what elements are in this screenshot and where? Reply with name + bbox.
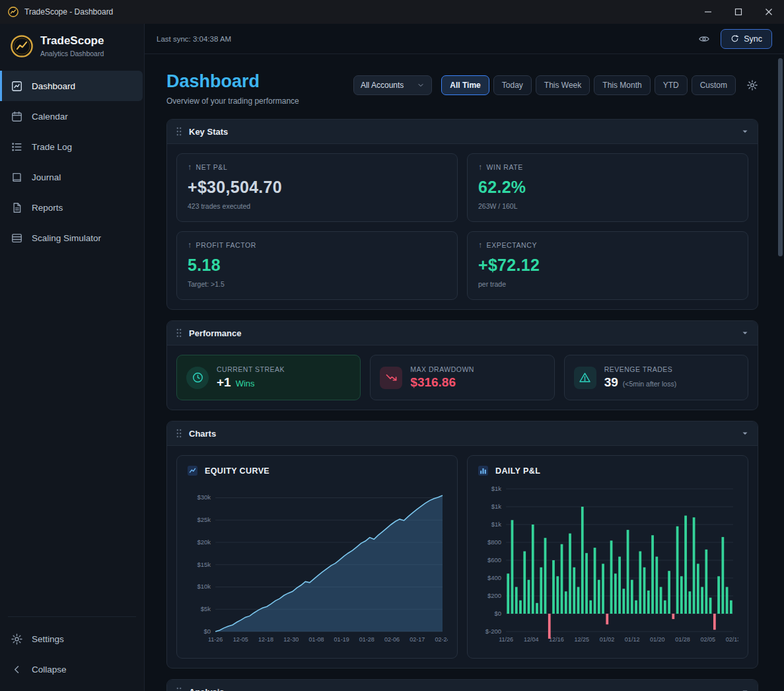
panel-header-charts[interactable]: Charts xyxy=(167,421,758,446)
range-button-this-week[interactable]: This Week xyxy=(536,75,590,95)
list-icon xyxy=(11,141,23,153)
range-button-custom[interactable]: Custom xyxy=(692,75,736,95)
stat-card-win-rate: ↑WIN RATE 62.2% 263W / 160L xyxy=(467,153,748,222)
panel-header-key-stats[interactable]: Key Stats xyxy=(167,120,758,144)
sidebar-footer: Settings Collapse xyxy=(0,610,144,691)
chevron-down-icon[interactable] xyxy=(741,329,749,337)
arrow-up-icon: ↑ xyxy=(478,240,483,250)
panel-header-performance[interactable]: Performance xyxy=(167,321,758,346)
sync-button[interactable]: Sync xyxy=(721,29,772,49)
perf-label: CURRENT STREAK xyxy=(217,365,285,373)
drag-handle-icon[interactable] xyxy=(176,686,182,691)
sidebar-item-calendar[interactable]: Calendar xyxy=(0,101,144,131)
minimize-button[interactable] xyxy=(693,0,723,24)
range-button-this-month[interactable]: This Month xyxy=(594,75,650,95)
stat-sub: 423 trades executed xyxy=(188,202,446,210)
visibility-eye-button[interactable] xyxy=(698,33,710,45)
rows-icon xyxy=(11,232,23,244)
chevron-down-icon[interactable] xyxy=(741,127,749,135)
perf-card-current-streak: CURRENT STREAK +1 Wins xyxy=(176,355,361,400)
chevron-down-icon xyxy=(417,81,425,89)
perf-sub: (<5min after loss) xyxy=(623,380,676,388)
drag-handle-icon[interactable] xyxy=(176,328,182,338)
svg-text:01-28: 01-28 xyxy=(359,636,374,643)
panel-title: Key Stats xyxy=(189,127,734,137)
panel-title: Charts xyxy=(189,429,734,439)
dashboard-settings-gear-button[interactable] xyxy=(746,79,758,91)
stat-label: WIN RATE xyxy=(487,163,523,171)
range-button-ytd[interactable]: YTD xyxy=(655,75,688,95)
range-button-all-time[interactable]: All Time xyxy=(441,75,489,95)
close-button[interactable] xyxy=(754,0,784,24)
drag-handle-icon[interactable] xyxy=(176,428,182,439)
sidebar-nav: Dashboard Calendar Trade Log Journal xyxy=(0,71,144,253)
svg-text:$5k: $5k xyxy=(201,605,211,612)
app-icon xyxy=(8,7,18,17)
account-select[interactable]: All Accounts xyxy=(353,75,432,95)
chart-title: EQUITY CURVE xyxy=(205,466,269,476)
sidebar-item-dashboard[interactable]: Dashboard xyxy=(0,71,143,101)
range-button-today[interactable]: Today xyxy=(493,75,532,95)
scrollbar[interactable] xyxy=(778,58,783,256)
line-chart-icon xyxy=(186,464,199,477)
arrow-up-icon: ↑ xyxy=(478,163,483,172)
svg-text:$25k: $25k xyxy=(197,516,211,523)
stat-label: EXPECTANCY xyxy=(487,241,537,249)
stat-value: +$30,504.70 xyxy=(188,178,446,197)
sidebar-item-scaling-simulator[interactable]: Scaling Simulator xyxy=(0,223,144,253)
svg-text:02/05: 02/05 xyxy=(700,636,715,643)
titlebar: TradeScope - Dashboard xyxy=(0,0,784,24)
last-sync-text: Last sync: 3:04:38 AM xyxy=(157,35,231,43)
divider xyxy=(8,616,136,617)
sidebar-item-reports[interactable]: Reports xyxy=(0,192,144,223)
page-header: Dashboard Overview of your trading perfo… xyxy=(166,71,299,106)
perf-suffix: Wins xyxy=(236,379,255,388)
panel-analysis: Analysis xyxy=(166,679,758,691)
daily-pnl-card: DAILY P&L $1k$1k$1k$800$600$400$200$0$-2… xyxy=(467,455,748,659)
daily-pnl-chart: $1k$1k$1k$800$600$400$200$0$-20011/2612/… xyxy=(477,482,738,647)
sidebar-item-label: Calendar xyxy=(32,112,68,122)
file-text-icon xyxy=(11,201,23,214)
stat-sub: Target: >1.5 xyxy=(188,280,446,288)
perf-card-max-drawdown: MAX DRAWDOWN $316.86 xyxy=(370,355,554,400)
sidebar-item-settings[interactable]: Settings xyxy=(0,624,144,654)
app-name: TradeScope xyxy=(40,34,104,48)
stat-card-net-pnl: ↑NET P&L +$30,504.70 423 trades executed xyxy=(176,153,458,222)
brand: TradeScope Analytics Dashboard xyxy=(0,24,144,71)
svg-text:$20k: $20k xyxy=(197,538,211,546)
panel-title: Analysis xyxy=(189,687,734,691)
filter-controls: All Accounts All Time Today This Week Th… xyxy=(353,75,758,95)
bar-chart-icon xyxy=(477,464,489,477)
svg-text:12-30: 12-30 xyxy=(283,636,299,643)
dashboard-chart-icon xyxy=(11,80,23,92)
svg-text:02-24: 02-24 xyxy=(435,636,448,643)
stat-value: 5.18 xyxy=(188,256,446,275)
sidebar-item-trade-log[interactable]: Trade Log xyxy=(0,131,144,162)
stat-sub: per trade xyxy=(478,280,737,288)
svg-text:01/28: 01/28 xyxy=(675,636,690,643)
chevron-down-icon[interactable] xyxy=(741,688,749,691)
sidebar-collapse-button[interactable]: Collapse xyxy=(0,654,144,684)
chart-title: DAILY P&L xyxy=(495,466,540,476)
stat-label: PROFIT FACTOR xyxy=(196,241,256,249)
panel-title: Performance xyxy=(189,328,734,338)
equity-curve-chart: $30k$25k$20k$15k$10k$5k$011-2612-0512-18… xyxy=(186,482,448,647)
drag-handle-icon[interactable] xyxy=(176,126,182,137)
page-subtitle: Overview of your trading performance xyxy=(166,96,299,106)
svg-text:$600: $600 xyxy=(487,556,501,564)
sidebar-item-label: Trade Log xyxy=(32,142,72,152)
perf-card-revenge-trades: REVENGE TRADES 39 (<5min after loss) xyxy=(564,355,748,400)
svg-text:$400: $400 xyxy=(487,574,501,581)
svg-text:01-08: 01-08 xyxy=(308,636,324,643)
svg-text:12-18: 12-18 xyxy=(258,636,273,643)
svg-text:11/26: 11/26 xyxy=(499,636,513,643)
sidebar-item-label: Reports xyxy=(32,203,63,213)
sidebar-item-journal[interactable]: Journal xyxy=(0,162,144,192)
chevron-down-icon[interactable] xyxy=(741,429,749,437)
maximize-button[interactable] xyxy=(723,0,754,24)
svg-text:$-200: $-200 xyxy=(485,628,501,635)
stat-card-expectancy: ↑EXPECTANCY +$72.12 per trade xyxy=(467,231,748,300)
refresh-icon xyxy=(731,34,739,43)
warning-triangle-icon xyxy=(574,367,596,389)
panel-header-analysis[interactable]: Analysis xyxy=(167,680,758,691)
